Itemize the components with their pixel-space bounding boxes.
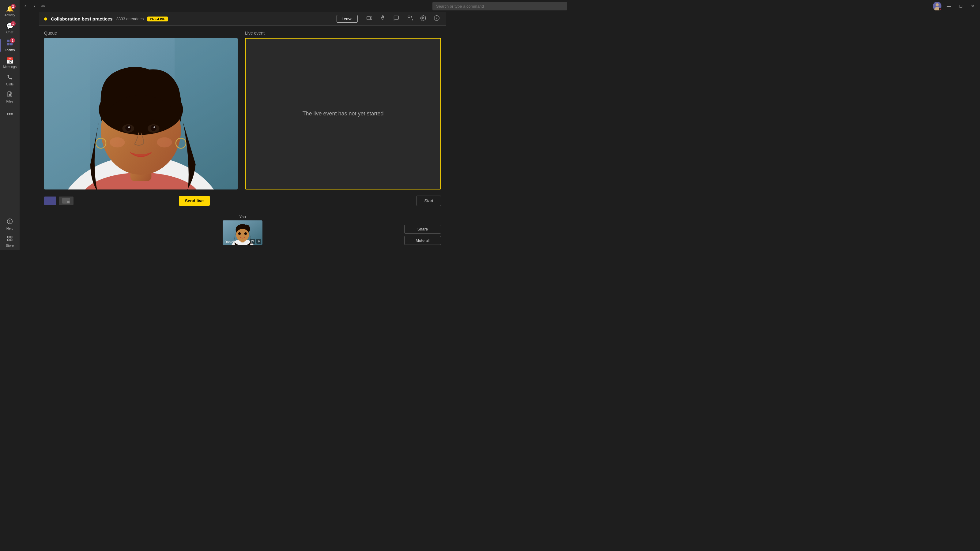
sidebar-label-meetings: Meetings xyxy=(3,65,17,68)
phone-icon xyxy=(7,74,13,82)
layout-pip-small xyxy=(67,201,70,203)
self-view-icons xyxy=(250,239,261,244)
header-icons xyxy=(365,14,441,24)
info-icon-btn[interactable] xyxy=(433,14,441,24)
sidebar-item-teams[interactable]: 1 Teams xyxy=(0,37,20,54)
svg-rect-15 xyxy=(367,16,371,20)
self-view-video: Danielle B... xyxy=(223,221,262,245)
compose-icon[interactable]: ✏ xyxy=(40,2,46,10)
live-not-started-text: The live event has not yet started xyxy=(302,111,383,117)
sidebar-item-chat[interactable]: 💬 1 Chat xyxy=(0,20,20,37)
participants-icon-btn[interactable] xyxy=(406,14,414,24)
sidebar-label-store: Store xyxy=(6,244,14,247)
calendar-icon: 📅 xyxy=(6,57,14,64)
live-panel: Live event The live event has not yet st… xyxy=(245,30,441,189)
svg-rect-2 xyxy=(7,43,10,45)
side-action-buttons: Share Mute all xyxy=(404,225,441,245)
sidebar-label-teams: Teams xyxy=(5,48,15,52)
teams-badge: 1 xyxy=(10,38,15,43)
event-title: Collaboration best practices xyxy=(51,16,113,21)
send-live-button[interactable]: Send live xyxy=(179,196,210,206)
help-icon: ? xyxy=(7,218,13,226)
pre-live-badge: PRE-LIVE xyxy=(147,16,168,21)
forward-button[interactable]: › xyxy=(31,2,37,10)
queue-panel: Queue xyxy=(44,30,238,189)
svg-rect-22 xyxy=(44,38,90,189)
self-view-name: Danielle B... xyxy=(224,240,243,244)
sidebar-item-more[interactable]: ••• xyxy=(0,106,20,123)
chat-icon-btn[interactable] xyxy=(392,14,401,24)
svg-rect-8 xyxy=(8,236,10,238)
sidebar: 🔔 2 Activity 💬 1 Chat 1 Teams 📅 Meetings xyxy=(0,0,20,250)
raise-hand-icon-btn[interactable] xyxy=(379,14,387,24)
sidebar-item-meetings[interactable]: 📅 Meetings xyxy=(0,54,20,71)
svg-point-38 xyxy=(157,137,172,148)
sidebar-item-calls[interactable]: Calls xyxy=(0,71,20,89)
teams-icon: 1 xyxy=(6,39,13,48)
sidebar-label-activity: Activity xyxy=(5,13,15,17)
layout-pip-button[interactable] xyxy=(59,197,73,205)
sidebar-label-files: Files xyxy=(6,100,13,103)
svg-rect-10 xyxy=(8,239,10,241)
titlebar-center xyxy=(433,2,446,10)
store-icon xyxy=(7,235,13,243)
self-view-label: You xyxy=(239,214,246,219)
content-area: Queue xyxy=(39,26,446,250)
files-icon xyxy=(7,91,13,99)
back-button[interactable]: ‹ xyxy=(22,2,29,10)
panels-row: Queue xyxy=(44,30,441,189)
sidebar-item-store[interactable]: Store xyxy=(0,233,20,250)
svg-rect-11 xyxy=(10,239,12,241)
sidebar-item-help[interactable]: ? Help xyxy=(0,216,20,233)
self-view-container: You xyxy=(223,214,262,245)
bell-icon: 🔔 2 xyxy=(6,5,14,13)
live-event-label: Live event xyxy=(245,30,441,35)
more-icon: ••• xyxy=(6,111,13,118)
bottom-controls: Send live Start xyxy=(44,193,441,208)
queue-video xyxy=(44,38,238,189)
mute-all-button[interactable]: Mute all xyxy=(404,236,441,245)
svg-point-43 xyxy=(238,232,241,235)
start-button[interactable]: Start xyxy=(417,195,441,206)
svg-point-32 xyxy=(151,125,156,131)
svg-rect-0 xyxy=(7,40,10,42)
titlebar: ‹ › ✏ — □ ✕ xyxy=(20,0,446,12)
svg-rect-9 xyxy=(10,236,12,238)
svg-point-33 xyxy=(128,126,130,128)
camera-icon-btn[interactable] xyxy=(365,14,374,24)
svg-rect-3 xyxy=(10,43,13,45)
attendees-count: 3333 attendees xyxy=(116,16,144,21)
event-status-dot xyxy=(44,17,47,21)
sidebar-label-help: Help xyxy=(6,227,13,230)
sidebar-item-files[interactable]: Files xyxy=(0,89,20,106)
share-button[interactable]: Share xyxy=(404,225,441,233)
mic-small-icon xyxy=(256,239,261,244)
self-view-area: You xyxy=(44,214,441,245)
svg-point-17 xyxy=(423,17,424,19)
search-input[interactable] xyxy=(433,2,446,10)
svg-point-34 xyxy=(153,126,155,128)
event-header: Collaboration best practices 3333 attend… xyxy=(39,12,446,26)
layout-single-button[interactable] xyxy=(44,197,56,205)
chat-badge: 1 xyxy=(11,21,16,26)
svg-point-16 xyxy=(408,16,410,18)
sidebar-label-chat: Chat xyxy=(6,30,13,34)
sidebar-label-calls: Calls xyxy=(6,83,13,86)
svg-rect-46 xyxy=(258,240,259,241)
camera-small-icon xyxy=(250,239,255,244)
chat-icon: 💬 1 xyxy=(6,22,14,30)
svg-point-31 xyxy=(125,125,131,131)
svg-point-44 xyxy=(244,232,247,235)
sidebar-item-activity[interactable]: 🔔 2 Activity xyxy=(0,2,20,20)
layout-pip-inner xyxy=(62,198,70,203)
queue-label: Queue xyxy=(44,30,238,35)
main-content: Collaboration best practices 3333 attend… xyxy=(39,12,446,250)
svg-text:?: ? xyxy=(9,219,11,223)
svg-point-37 xyxy=(110,137,125,148)
live-event-video: The live event has not yet started xyxy=(245,38,441,189)
leave-button[interactable]: Leave xyxy=(337,15,358,23)
svg-rect-45 xyxy=(251,241,253,242)
activity-badge: 2 xyxy=(11,4,16,9)
titlebar-left: ‹ › ✏ xyxy=(20,2,46,10)
settings-icon-btn[interactable] xyxy=(419,14,428,24)
